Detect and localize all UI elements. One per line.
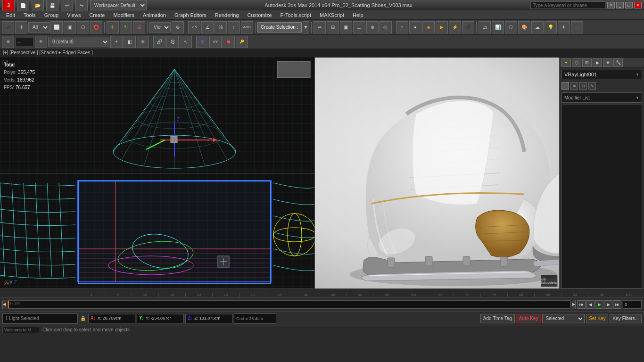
autokey-btn[interactable]: ⏺	[223, 36, 235, 48]
select-move-btn[interactable]: ✛	[107, 21, 119, 33]
filter-dropdown[interactable]: All	[28, 22, 50, 33]
angle-snap-btn[interactable]: ∠	[201, 21, 214, 33]
rp-icon1[interactable]: ⊕	[570, 82, 578, 90]
workspace-dropdown[interactable]: Workspace: Default	[90, 0, 147, 10]
quickrender-btn[interactable]: ⚡	[449, 21, 461, 33]
spinner-snap-btn[interactable]: ↕	[228, 21, 240, 33]
menu-group[interactable]: Group	[41, 11, 63, 19]
select-region-btn[interactable]: ▣	[64, 21, 76, 33]
minimize-btn[interactable]: _	[616, 2, 624, 8]
track-view-btn[interactable]: 📊	[492, 21, 504, 33]
menu-graph-editors[interactable]: Graph Editors	[171, 11, 210, 19]
align-view-btn[interactable]: ▣	[340, 21, 352, 33]
redo-btn[interactable]: ↪	[75, 0, 88, 11]
layer-add-btn[interactable]: +	[110, 36, 123, 48]
isolate-btn[interactable]: ◎	[380, 21, 392, 33]
move-btn[interactable]: ✛	[15, 21, 27, 33]
layer-sel-btn[interactable]: ◧	[124, 36, 136, 48]
frame-input[interactable]: 0	[623, 300, 642, 309]
layer-vis[interactable]: 👁	[35, 36, 47, 48]
menu-create[interactable]: Create	[85, 11, 108, 19]
go-start-btn[interactable]: ⏮	[577, 300, 586, 309]
open-btn[interactable]: 📂	[32, 0, 44, 11]
scene-explorer-btn[interactable]: 🗂	[479, 21, 491, 33]
create-sel-arrow[interactable]: ▼	[303, 21, 309, 33]
layer-icon[interactable]: ⊞	[2, 36, 14, 48]
place-high-btn[interactable]: ⊕	[366, 21, 379, 33]
key-filters-btn[interactable]: Key Filters...	[610, 314, 642, 323]
schematic-view-btn[interactable]: ⬡	[505, 21, 517, 33]
align-btn[interactable]: ⊟	[327, 21, 339, 33]
timeline-next-btn[interactable]: ▶	[572, 300, 576, 309]
rp-object-name-field[interactable]: VRayLight001 ▼	[561, 70, 642, 79]
viewport-top[interactable]: Total Polys: 365,475 Verts: 189,962 FPS:…	[0, 58, 315, 173]
link-btn[interactable]: 🔗	[153, 36, 165, 48]
unlink-btn[interactable]: ⛓	[166, 36, 179, 48]
go-end-btn[interactable]: ⏭	[613, 300, 621, 309]
pivot-btn[interactable]: ⊕	[172, 21, 184, 33]
select-all-btn[interactable]: ⬛	[2, 21, 14, 33]
rp-modifier-list-header[interactable]: Modifier List ▼	[561, 92, 642, 103]
sun-positioner-btn[interactable]: ☀	[558, 21, 570, 33]
prev-frame-btn[interactable]: ◀	[586, 300, 594, 309]
set-key-btn[interactable]: Set Key	[586, 314, 608, 323]
add-time-tag-btn[interactable]: Add Time Tag	[480, 314, 515, 323]
render-btn[interactable]: ▶	[436, 21, 448, 33]
more-btn[interactable]: ⋯	[571, 21, 583, 33]
menu-customize[interactable]: Customize	[244, 11, 276, 19]
snap2d-btn[interactable]: 2.5	[188, 21, 200, 33]
rp-motion-btn[interactable]: ▶	[593, 58, 602, 67]
bind-space-warp-btn[interactable]: ∿	[180, 36, 192, 48]
save-btn[interactable]: 💾	[46, 0, 58, 11]
activeshade-btn[interactable]: ⬛	[462, 21, 474, 33]
next-frame-btn[interactable]: ▶	[604, 300, 612, 309]
rp-hierarchy-btn[interactable]: ⊞	[582, 58, 592, 67]
create-selection-btn[interactable]: Create Selection :	[257, 22, 302, 33]
layer-btn[interactable]: ≡	[396, 21, 408, 33]
rp-icon3[interactable]: ✎	[588, 82, 596, 90]
normal-align-btn[interactable]: ⊥	[353, 21, 365, 33]
rp-color-swatch[interactable]	[561, 82, 569, 90]
percent-snap-btn[interactable]: %	[215, 21, 227, 33]
scale-btn[interactable]: ⊟	[133, 21, 145, 33]
timeline-prev-btn[interactable]: ◀	[2, 300, 6, 309]
snap-settings-btn[interactable]: XY	[209, 36, 222, 48]
snap-toggle-btn[interactable]: ⊞	[196, 36, 208, 48]
menu-help[interactable]: Help	[349, 11, 367, 19]
viewport-bottom[interactable]: XYZ	[0, 173, 315, 289]
x-coord-field[interactable]: X: X: 20.709cm	[88, 314, 135, 323]
selected-dropdown[interactable]: Selected	[542, 314, 585, 323]
maximize-btn[interactable]: □	[625, 2, 633, 8]
play-btn[interactable]: ▶	[595, 300, 603, 309]
light-lister-btn[interactable]: 💡	[545, 21, 557, 33]
help-btn[interactable]: ?	[607, 2, 615, 8]
layer-dropdown[interactable]: 0 (default)	[48, 37, 109, 47]
edit-named-sel-btn[interactable]: ABC	[241, 21, 253, 33]
new-btn[interactable]: 📄	[17, 0, 29, 11]
rotate-btn[interactable]: ↻	[120, 21, 132, 33]
render-setup-btn[interactable]: ◈	[422, 21, 435, 33]
close-btn[interactable]: ✕	[634, 2, 642, 8]
timeline-slider[interactable]: 0 / 100	[8, 300, 570, 309]
search-input[interactable]	[530, 1, 606, 9]
rp-modify-btn[interactable]: ⬡	[572, 58, 581, 67]
rp-icon2[interactable]: ⊟	[579, 82, 587, 90]
rp-display-btn[interactable]: 👁	[603, 58, 612, 67]
reference-coord-dropdown[interactable]: View	[149, 22, 171, 33]
z-coord-field[interactable]: Z: Z: 181.875cm	[185, 314, 232, 323]
menu-maxscript[interactable]: MAXScript	[316, 11, 348, 19]
menu-edit[interactable]: Edit	[2, 11, 19, 19]
layer-freeze-btn[interactable]: ❄	[137, 36, 149, 48]
menu-tools[interactable]: Tools	[20, 11, 40, 19]
undo-btn[interactable]: ↩	[61, 0, 73, 11]
menu-ftools[interactable]: F-Tools.script	[277, 11, 315, 19]
material-btn[interactable]: ♦	[409, 21, 421, 33]
rp-utilities-btn[interactable]: 🔧	[613, 58, 623, 67]
ramping-btn[interactable]: ☁	[531, 21, 544, 33]
auto-key-btn[interactable]: Auto Key	[516, 314, 541, 323]
menu-rendering[interactable]: Rendering	[211, 11, 243, 19]
color-clip-btn[interactable]: 🎨	[518, 21, 530, 33]
app-icon[interactable]: 3	[2, 0, 15, 11]
viewport-area[interactable]: Total Polys: 365,475 Verts: 189,962 FPS:…	[0, 58, 315, 288]
setkey-btn[interactable]: 🔑	[236, 36, 248, 48]
